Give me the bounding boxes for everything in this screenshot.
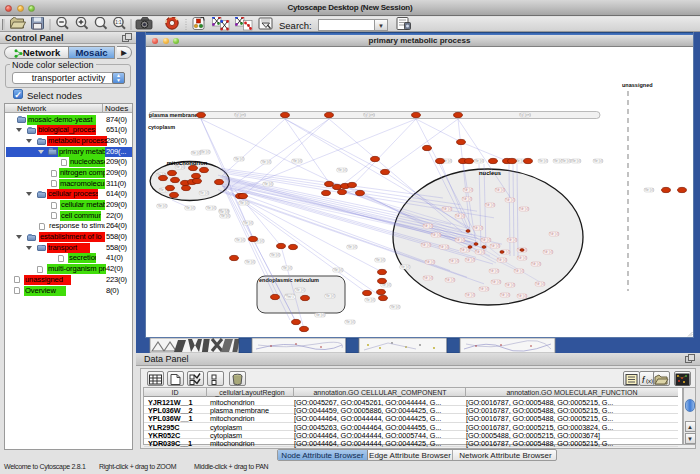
svg-text:Ydr (cl): Ydr (cl) [491,280,501,284]
svg-text:Ydr (cl): Ydr (cl) [485,203,495,207]
svg-text:Ydr (cl): Ydr (cl) [507,238,517,242]
svg-text:Ydr (cl): Ydr (cl) [495,188,505,192]
svg-text:Ybr (cl): Ybr (cl) [239,201,249,205]
svg-text:Ybr (cl): Ybr (cl) [337,168,347,172]
svg-text:Ydr (cl): Ydr (cl) [439,245,449,249]
svg-text:Ydr (cl): Ydr (cl) [465,258,475,262]
svg-text:Ydr (cl): Ydr (cl) [505,283,515,287]
svg-text:Ydr (cl): Ydr (cl) [535,282,545,286]
svg-text:Ybr (cl): Ybr (cl) [234,157,244,161]
svg-text:Ybr (cl): Ybr (cl) [345,320,355,324]
svg-text:Ydr (cl): Ydr (cl) [497,258,507,262]
svg-text:Ydr (cl): Ydr (cl) [549,232,559,236]
svg-text:cytoplasm: cytoplasm [148,124,175,130]
svg-text:Ymr c: Ymr c [286,295,294,299]
svg-text:mitochondrion: mitochondrion [167,160,208,166]
svg-text:Ybr (cl): Ybr (cl) [185,206,195,210]
svg-text:Ybr (cl): Ybr (cl) [243,221,253,225]
svg-text:Ydr (cl): Ydr (cl) [455,214,465,218]
svg-text:Ybr (cl): Ybr (cl) [245,260,255,264]
svg-text:Ydr (cl): Ydr (cl) [517,294,527,298]
svg-text:Ydr (cl): Ydr (cl) [500,293,510,297]
svg-text:Ybr (cl): Ybr (cl) [375,258,385,262]
svg-text:Ydr (cl): Ydr (cl) [425,260,435,264]
svg-text:Ybr (cl): Ybr (cl) [220,214,230,218]
svg-text:Ygl (pm): Ygl (pm) [234,113,245,117]
svg-text:Ybr (cl): Ybr (cl) [644,188,654,192]
svg-text:Ybr (cl): Ybr (cl) [400,265,410,269]
svg-text:Ydr (cl): Ydr (cl) [460,248,470,252]
svg-text:Ydr (cl): Ydr (cl) [519,207,529,211]
svg-text:Ydr (cl): Ydr (cl) [449,259,459,263]
svg-text:nucleus: nucleus [479,170,501,176]
svg-text:Ybr (cl): Ybr (cl) [199,191,209,195]
svg-text:Ybr (cl): Ybr (cl) [175,165,185,169]
svg-text:Ybr (cl): Ybr (cl) [292,159,302,163]
svg-text:Ybr (cl): Ybr (cl) [270,253,280,257]
svg-text:plasma membrane: plasma membrane [149,112,197,118]
svg-text:Ydr (cl): Ydr (cl) [423,224,433,228]
svg-text:Ybr (cl): Ybr (cl) [571,159,581,163]
svg-text:Ybr (cl): Ybr (cl) [561,159,571,163]
svg-text:Ydr (cl): Ydr (cl) [543,250,553,254]
svg-text:Ydr (cl): Ydr (cl) [475,250,485,254]
svg-text:Ygl (pm): Ygl (pm) [519,113,530,117]
svg-text:Ygl (pm): Ygl (pm) [363,113,374,117]
svg-text:Ydr (cl): Ydr (cl) [489,269,499,273]
svg-text:Ybr (cl): Ybr (cl) [206,206,216,210]
svg-text:Ydr (cl): Ydr (cl) [514,269,524,273]
svg-text:Ydr (cl): Ydr (cl) [481,238,491,242]
svg-text:Ydr (cl): Ydr (cl) [423,276,433,280]
svg-text:Ydr (cl): Ydr (cl) [455,238,465,242]
svg-text:Ydr (cl): Ydr (cl) [421,243,431,247]
svg-text:Ydr (cl): Ydr (cl) [490,244,500,248]
svg-text:Ybr (cl): Ybr (cl) [157,204,167,208]
svg-text:Ybr (cl): Ybr (cl) [365,298,375,302]
svg-text:Ybr (cl): Ybr (cl) [235,238,245,242]
svg-text:Ydr (cl): Ydr (cl) [462,197,472,201]
svg-text:Ydr (cl): Ydr (cl) [505,198,515,202]
svg-text:Ybr (cl): Ybr (cl) [390,305,400,309]
svg-text:Ydr (cl): Ydr (cl) [531,262,541,266]
svg-text:Ybr (cl): Ybr (cl) [474,159,484,163]
svg-text:Ybr (cl): Ybr (cl) [219,210,229,214]
svg-text:Ydr (cl): Ydr (cl) [473,226,483,230]
svg-text:Ybr (cl): Ybr (cl) [261,160,271,164]
svg-text:Ydr (cl): Ydr (cl) [517,256,527,260]
svg-text:Ybr (cl): Ybr (cl) [295,288,305,292]
svg-text:Ybr (cl): Ybr (cl) [593,159,603,163]
svg-text:Ybr (cl): Ybr (cl) [263,182,273,186]
svg-text:Ybr (cl): Ybr (cl) [538,159,548,163]
svg-text:Ybr (cl): Ybr (cl) [200,150,210,154]
svg-text:Ydr (cl): Ydr (cl) [445,278,455,282]
svg-text:unassigned: unassigned [622,82,653,88]
svg-text:Ybr (cl): Ybr (cl) [325,294,335,298]
svg-text:Ydr (cl): Ydr (cl) [442,207,452,211]
svg-text:1:1: 1:1 [115,20,122,25]
svg-text:Ydr (cl): Ydr (cl) [465,293,475,297]
svg-text:Ybr (cl): Ybr (cl) [347,245,357,249]
svg-text:Ybr (cl): Ybr (cl) [191,151,201,155]
svg-text:Ydr (cl): Ydr (cl) [463,188,473,192]
svg-text:Ydr (cl): Ydr (cl) [479,287,489,291]
svg-text:Ybr (cl): Ybr (cl) [282,266,292,270]
svg-text:(x): (x) [646,378,653,384]
svg-text:Ydr (cl): Ydr (cl) [431,233,441,237]
svg-text:Ybr (cl): Ybr (cl) [333,268,343,272]
svg-text:Ybr (cl): Ybr (cl) [315,313,325,317]
